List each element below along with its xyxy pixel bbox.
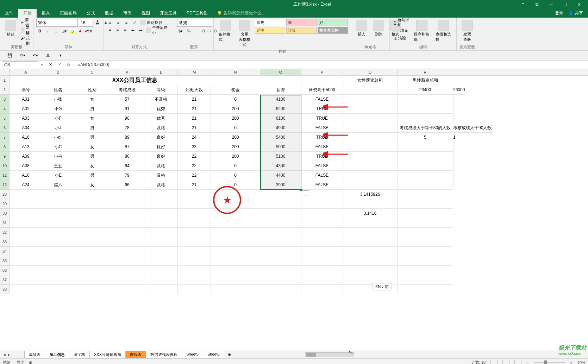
cell[interactable]: 考核成绩大于90人数	[453, 123, 492, 133]
new-sheet-button[interactable]: ⊕	[224, 352, 234, 357]
cell[interactable]	[343, 142, 398, 152]
cell[interactable]	[398, 180, 453, 190]
table-format-button[interactable]: 套用 表格格式	[236, 19, 254, 48]
cell[interactable]: 不及格	[144, 95, 178, 104]
cell[interactable]: A16	[10, 133, 42, 142]
cell[interactable]: 1	[453, 133, 456, 142]
cell[interactable]	[343, 180, 398, 190]
cell[interactable]	[260, 247, 301, 256]
cell[interactable]: 87	[110, 142, 144, 152]
cell[interactable]: 女	[74, 114, 110, 123]
painter-button[interactable]: 🖌格式刷	[20, 34, 32, 42]
cell[interactable]	[74, 209, 110, 218]
cell[interactable]	[178, 237, 211, 247]
cell[interactable]: A04	[10, 123, 42, 133]
cell[interactable]	[301, 266, 343, 275]
sheet-tab[interactable]: 田字格	[69, 351, 90, 358]
cell[interactable]	[453, 104, 453, 114]
cell[interactable]	[211, 247, 260, 256]
invoice-verify-button[interactable]: 发票 查验	[459, 19, 475, 43]
cell[interactable]: 出勤天数	[178, 85, 211, 95]
row-header-9[interactable]: 9	[0, 152, 10, 161]
cell[interactable]	[301, 247, 343, 256]
cell[interactable]	[178, 256, 211, 266]
cell[interactable]	[42, 256, 74, 266]
cell[interactable]: 80	[110, 152, 144, 161]
cell[interactable]: TRUE	[301, 114, 343, 123]
cell[interactable]	[260, 275, 301, 285]
cell[interactable]	[110, 237, 144, 247]
cell[interactable]: 6100	[260, 114, 301, 123]
cell[interactable]	[211, 285, 260, 294]
cell[interactable]: 优秀	[144, 104, 178, 114]
menu-review[interactable]: 审阅	[118, 9, 137, 18]
cell[interactable]	[260, 199, 301, 209]
cell[interactable]: 200	[211, 142, 260, 152]
cell[interactable]: 女	[74, 161, 110, 171]
cell[interactable]	[211, 266, 260, 275]
currency-button[interactable]: $▾	[177, 27, 184, 34]
cell[interactable]: 考核成绩	[110, 85, 144, 95]
cell[interactable]: 6200	[260, 104, 301, 114]
row-header-28[interactable]: 28	[0, 190, 10, 199]
number-format-select[interactable]	[177, 19, 212, 27]
cell[interactable]	[260, 228, 301, 237]
cell[interactable]	[42, 275, 74, 285]
cell[interactable]	[144, 266, 178, 275]
grid[interactable]: XXX公司员工信息 女性薪资总和男性薪资总和编号姓名性别考核成绩等级出勤天数奖金…	[10, 76, 588, 294]
cell[interactable]: 小C	[42, 142, 74, 152]
cell[interactable]: 4400	[260, 171, 301, 180]
cell[interactable]	[211, 275, 260, 285]
row-header-36[interactable]: 36	[0, 266, 10, 275]
row-header-33[interactable]: 33	[0, 237, 10, 247]
cell[interactable]	[301, 209, 343, 218]
cell[interactable]	[144, 275, 178, 285]
col-header-L[interactable]: L	[144, 69, 178, 75]
cell[interactable]: 小F	[42, 114, 74, 123]
cell[interactable]	[42, 209, 74, 218]
cell[interactable]	[453, 114, 453, 123]
cell[interactable]: 良好	[144, 142, 178, 152]
cell[interactable]	[343, 247, 398, 256]
cell[interactable]	[110, 228, 144, 237]
cell[interactable]: 等级	[144, 85, 178, 95]
row-header-12[interactable]: 12	[0, 180, 10, 190]
cell[interactable]	[343, 199, 398, 209]
cell[interactable]	[10, 285, 42, 294]
cell[interactable]: FALSE	[301, 171, 343, 180]
cell[interactable]: 小张	[42, 95, 74, 104]
menu-formula[interactable]: 公式	[82, 9, 100, 18]
row-header-5[interactable]: 5	[0, 114, 10, 123]
cell[interactable]: 0	[211, 180, 260, 190]
share-button[interactable]: 👤 共享	[568, 10, 583, 16]
paste-button[interactable]: 粘贴	[3, 19, 18, 38]
cell[interactable]	[301, 199, 343, 209]
sheet-tab[interactable]: 成绩表	[24, 351, 45, 358]
cell[interactable]: 5400	[260, 133, 301, 142]
cell[interactable]	[110, 266, 144, 275]
cell[interactable]	[178, 209, 211, 218]
cell[interactable]	[10, 228, 42, 237]
fx-button[interactable]: fx	[65, 61, 72, 68]
name-box-dropdown-icon[interactable]: ▾	[40, 62, 44, 67]
cell[interactable]	[398, 266, 453, 275]
undo-button[interactable]: ↶▾	[32, 52, 39, 59]
cell[interactable]	[74, 266, 110, 275]
cell[interactable]	[110, 285, 144, 294]
insert-cells-button[interactable]: 插入	[354, 19, 369, 38]
cell[interactable]: A08	[10, 161, 42, 171]
cell[interactable]	[398, 247, 453, 256]
cell[interactable]	[178, 285, 211, 294]
italic-button[interactable]: I	[44, 27, 51, 34]
cell[interactable]	[398, 256, 453, 266]
cell[interactable]: 小E	[42, 171, 74, 180]
cell[interactable]	[260, 190, 301, 199]
cell[interactable]: 小红	[42, 133, 74, 142]
login-link[interactable]: 登录	[555, 10, 563, 16]
underline-button[interactable]: U	[52, 27, 60, 34]
cell[interactable]: 91	[110, 104, 144, 114]
cell[interactable]: 女性薪资总和	[343, 76, 398, 85]
cell[interactable]: 良好	[144, 133, 178, 142]
row-header-38[interactable]: 38	[0, 285, 10, 294]
cancel-formula-button[interactable]: ✕	[47, 61, 54, 68]
